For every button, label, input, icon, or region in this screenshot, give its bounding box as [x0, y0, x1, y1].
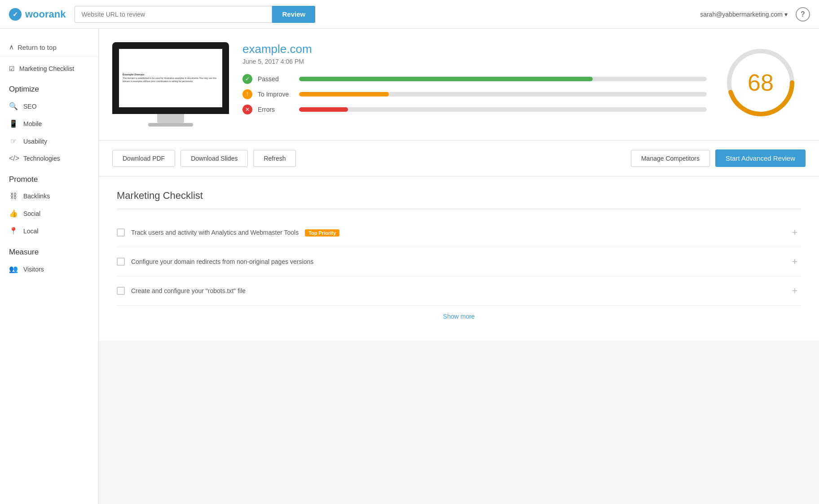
mini-text: This domain is established to be used fo…	[123, 77, 219, 83]
header: woorank Review sarah@yabbermarketing.com…	[0, 0, 819, 29]
help-button[interactable]: ?	[796, 7, 810, 22]
checklist-expand-3[interactable]: +	[788, 285, 801, 297]
layout: ∧ Return to top ☑ Marketing Checklist Op…	[0, 0, 819, 504]
passed-bar	[299, 77, 593, 81]
sidebar-item-visitors[interactable]: 👥 Visitors	[0, 260, 98, 278]
screen-content: Example Domain This domain is establishe…	[119, 70, 222, 87]
metric-row-errors: ✕ Errors	[242, 105, 707, 114]
checklist-section: Marketing Checklist Track users and acti…	[99, 176, 819, 341]
hand-icon: ☞	[9, 137, 18, 145]
sidebar: ∧ Return to top ☑ Marketing Checklist Op…	[0, 29, 99, 504]
monitor-base	[148, 123, 193, 127]
start-advanced-review-button[interactable]: Start Advanced Review	[715, 149, 806, 167]
checklist-text-2: Configure your domain redirects from non…	[131, 258, 782, 265]
improve-bar-wrap	[299, 92, 707, 96]
checklist-item-1[interactable]: Track users and activity with Analytics …	[117, 218, 801, 247]
improve-icon: !	[242, 89, 252, 99]
checkbox-icon: ☑	[9, 65, 15, 72]
sidebar-item-usability[interactable]: ☞ Usability	[0, 132, 98, 150]
measure-label: Measure	[0, 240, 98, 260]
sidebar-item-seo[interactable]: 🔍 SEO	[0, 97, 98, 115]
review-button[interactable]: Review	[272, 6, 315, 23]
site-date: June 5, 2017 4:06 PM	[242, 58, 707, 65]
mobile-icon: 📱	[9, 119, 18, 128]
code-icon: </>	[9, 154, 18, 162]
checklist-text-1: Track users and activity with Analytics …	[131, 229, 782, 236]
checklist-item-3[interactable]: Create and configure your "robots.txt" f…	[117, 276, 801, 306]
chevron-down-icon: ▾	[784, 11, 788, 18]
score-circle-wrap: 68	[720, 42, 801, 123]
site-name: example.com	[242, 42, 707, 56]
header-right: sarah@yabbermarketing.com ▾ ?	[700, 7, 810, 22]
passed-icon: ✓	[242, 74, 252, 84]
action-bar: Download PDF Download Slides Refresh Man…	[99, 140, 819, 176]
checklist-expand-1[interactable]: +	[788, 226, 801, 239]
checklist-checkbox-3[interactable]	[117, 287, 125, 295]
checklist-expand-2[interactable]: +	[788, 255, 801, 268]
logo: woorank	[9, 8, 66, 21]
monitor-stand	[157, 114, 184, 123]
error-icon: ✕	[242, 105, 252, 114]
improve-bar	[299, 92, 389, 96]
download-slides-button[interactable]: Download Slides	[181, 150, 248, 167]
passed-label: Passed	[258, 75, 294, 83]
metric-row-passed: ✓ Passed	[242, 74, 707, 84]
search-input[interactable]	[75, 6, 272, 23]
backlinks-icon: ⛓	[9, 192, 18, 200]
priority-badge-1: Top Priority	[305, 229, 339, 237]
sidebar-item-marketing-checklist[interactable]: ☑ Marketing Checklist	[0, 61, 98, 77]
monitor: Example Domain This domain is establishe…	[112, 42, 229, 114]
optimize-label: Optimize	[0, 77, 98, 97]
chevron-up-icon: ∧	[9, 43, 14, 51]
sidebar-item-backlinks[interactable]: ⛓ Backlinks	[0, 188, 98, 205]
review-card: Example Domain This domain is establishe…	[99, 29, 819, 140]
site-screenshot: Example Domain This domain is establishe…	[112, 42, 229, 127]
sidebar-item-social[interactable]: 👍 Social	[0, 205, 98, 222]
logo-text: woorank	[25, 9, 66, 20]
checklist-text-3: Create and configure your "robots.txt" f…	[131, 287, 782, 294]
metrics: ✓ Passed ! To Improve	[242, 74, 707, 114]
errors-bar-wrap	[299, 107, 707, 112]
main: Example Domain This domain is establishe…	[99, 29, 819, 504]
mini-title: Example Domain	[123, 73, 219, 76]
user-email[interactable]: sarah@yabbermarketing.com ▾	[700, 11, 788, 18]
manage-competitors-button[interactable]: Manage Competitors	[631, 150, 710, 167]
sidebar-item-mobile[interactable]: 📱 Mobile	[0, 115, 98, 132]
location-icon: 📍	[9, 227, 18, 235]
checklist-item-2[interactable]: Configure your domain redirects from non…	[117, 247, 801, 276]
score-number: 68	[748, 69, 774, 96]
score-circle: 68	[725, 47, 797, 118]
return-to-top[interactable]: ∧ Return to top	[0, 38, 98, 57]
sidebar-item-technologies[interactable]: </> Technologies	[0, 150, 98, 167]
logo-rank: rank	[45, 9, 66, 20]
checklist-checkbox-1[interactable]	[117, 228, 125, 237]
promote-label: Promote	[0, 167, 98, 188]
logo-icon	[9, 8, 22, 21]
download-pdf-button[interactable]: Download PDF	[112, 150, 175, 167]
show-more[interactable]: Show more	[117, 306, 801, 327]
logo-woo: woo	[25, 9, 45, 20]
monitor-screen: Example Domain This domain is establishe…	[119, 49, 222, 107]
social-icon: 👍	[9, 209, 18, 218]
errors-label: Errors	[258, 106, 294, 113]
refresh-button[interactable]: Refresh	[253, 150, 296, 167]
errors-bar	[299, 107, 348, 112]
metric-row-improve: ! To Improve	[242, 89, 707, 99]
checklist-title: Marketing Checklist	[117, 190, 801, 209]
checklist-checkbox-2[interactable]	[117, 258, 125, 266]
passed-bar-wrap	[299, 77, 707, 81]
search-icon: 🔍	[9, 102, 18, 110]
visitors-icon: 👥	[9, 265, 18, 273]
improve-label: To Improve	[258, 91, 294, 98]
site-info: example.com June 5, 2017 4:06 PM ✓ Passe…	[242, 42, 707, 114]
sidebar-item-local[interactable]: 📍 Local	[0, 222, 98, 240]
